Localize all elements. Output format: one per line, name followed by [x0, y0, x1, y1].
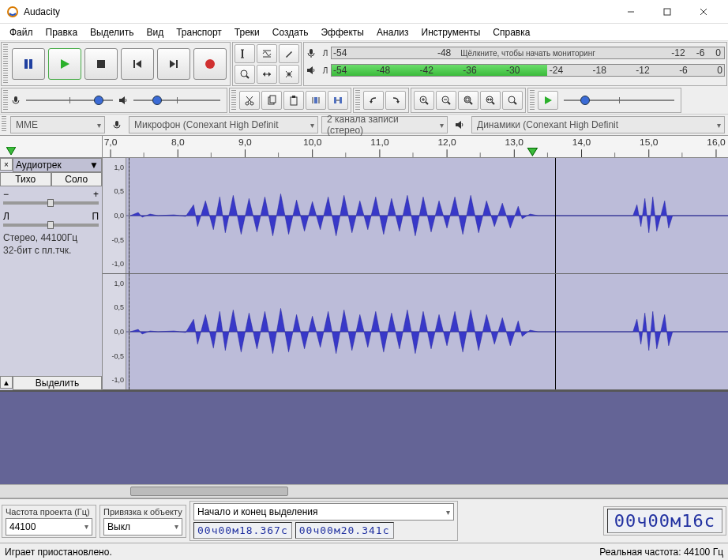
- svg-point-19: [241, 70, 247, 77]
- skip-start-button[interactable]: [121, 48, 154, 80]
- snap-label: Привязка к объекту: [103, 507, 182, 517]
- recording-volume-slider[interactable]: [26, 94, 113, 107]
- horizontal-scrollbar[interactable]: [0, 484, 728, 498]
- play-speed-button[interactable]: [538, 91, 558, 110]
- grip[interactable]: [3, 44, 8, 84]
- svg-rect-43: [334, 97, 336, 103]
- timeline-ruler[interactable]: 7,08,09,010,011,012,013,014,015,016,0: [0, 136, 728, 158]
- svg-rect-30: [14, 96, 17, 102]
- quickplay-start-icon[interactable]: [6, 147, 16, 156]
- track-info: Стерео, 44100Гц 32-бит с пл.тчк.: [0, 231, 102, 258]
- playback-volume-slider[interactable]: [133, 94, 220, 107]
- svg-line-64: [514, 102, 516, 104]
- record-button[interactable]: [193, 48, 227, 80]
- pan-slider[interactable]: [3, 224, 99, 227]
- selection-mode-select[interactable]: Начало и конец выделения: [193, 503, 454, 521]
- redo-button[interactable]: [385, 91, 406, 110]
- stop-button[interactable]: [84, 48, 118, 80]
- draw-tool[interactable]: [279, 44, 299, 63]
- menu-bar: Файл Правка Выделить Вид Транспорт Треки…: [0, 24, 728, 41]
- svg-rect-9: [133, 60, 135, 68]
- vertical-scale[interactable]: 1,0 0,5 0,0 -0,5 -1,0: [103, 274, 126, 389]
- track-select-button[interactable]: Выделить: [13, 376, 102, 390]
- copy-button[interactable]: [261, 91, 282, 110]
- play-speed-slider[interactable]: [564, 94, 674, 107]
- grip[interactable]: [530, 90, 535, 111]
- multi-tool[interactable]: [279, 65, 299, 84]
- minimize-button[interactable]: [613, 0, 649, 24]
- menu-effects[interactable]: Эффекты: [314, 25, 370, 39]
- mixer-toolbar: [1, 88, 227, 113]
- selection-start-field[interactable]: 00ч00м18.367с: [193, 522, 292, 539]
- svg-rect-44: [340, 97, 342, 103]
- envelope-tool[interactable]: [257, 44, 277, 63]
- menu-analyze[interactable]: Анализ: [370, 25, 415, 39]
- menu-file[interactable]: Файл: [3, 25, 39, 39]
- fit-selection-button[interactable]: [458, 91, 478, 110]
- grip[interactable]: [231, 90, 236, 111]
- tracks-panel: × Аудиотрек▼ Тихо Соло −+ ЛП Стерео, 441…: [0, 158, 728, 484]
- selection-tool[interactable]: [235, 44, 255, 63]
- grip[interactable]: [355, 90, 360, 111]
- fit-project-button[interactable]: [480, 91, 501, 110]
- rec-ch-l: Л: [320, 49, 331, 58]
- svg-line-51: [426, 102, 428, 104]
- menu-edit[interactable]: Правка: [39, 25, 84, 39]
- audio-position-display[interactable]: 00ч00м16с: [607, 509, 722, 533]
- maximize-button[interactable]: [649, 0, 685, 24]
- waveform-left[interactable]: 1,0 0,5 0,0 -0,5 -1,0: [103, 158, 728, 274]
- waveform-right[interactable]: 1,0 0,5 0,0 -0,5 -1,0: [103, 274, 728, 390]
- menu-help[interactable]: Справка: [486, 25, 536, 39]
- rec-meter-track[interactable]: -54-48 Щёлкните, чтобы начать мониторинг…: [331, 47, 725, 59]
- play-meter-track[interactable]: -54 -48 -42 -36 -30 -24 -18 -12 -6 0: [331, 64, 725, 77]
- svg-marker-23: [268, 72, 271, 77]
- play-button[interactable]: [48, 48, 81, 80]
- menu-view[interactable]: Вид: [140, 25, 170, 39]
- menu-tracks[interactable]: Треки: [228, 25, 266, 39]
- track-collapse-button[interactable]: ▲: [0, 376, 13, 389]
- solo-button[interactable]: Соло: [51, 172, 103, 186]
- paste-button[interactable]: [283, 91, 304, 110]
- grip[interactable]: [3, 90, 8, 111]
- mute-button[interactable]: Тихо: [0, 172, 51, 186]
- skip-end-button[interactable]: [157, 48, 190, 80]
- audio-host-select[interactable]: MME: [10, 116, 105, 133]
- playback-device-select[interactable]: Динамики (Conexant High Definit: [471, 116, 725, 133]
- svg-marker-11: [170, 60, 175, 68]
- track-menu-button[interactable]: Аудиотрек▼: [13, 158, 102, 172]
- selection-end-field[interactable]: 00ч00м20.341с: [295, 522, 394, 539]
- play-ch-l: Л: [320, 66, 331, 75]
- recording-channels-select[interactable]: 2 канала записи (стерео): [321, 116, 448, 133]
- recording-device-select[interactable]: Микрофон (Conexant High Definit: [129, 116, 318, 133]
- gain-slider[interactable]: [3, 201, 99, 205]
- trim-button[interactable]: [306, 91, 326, 110]
- zoom-toggle-button[interactable]: [502, 91, 523, 110]
- svg-rect-8: [97, 60, 105, 68]
- vertical-scale[interactable]: 1,0 0,5 0,0 -0,5 -1,0: [103, 158, 126, 273]
- menu-generate[interactable]: Создать: [266, 25, 315, 39]
- project-rate-select[interactable]: 44100: [6, 518, 92, 536]
- svg-line-20: [246, 76, 249, 78]
- speaker-icon: [118, 95, 129, 106]
- selection-toolbar: Частота проекта (Гц) 44100 Привязка к об…: [0, 498, 728, 543]
- mic-icon: [108, 116, 126, 133]
- status-message: Играет приостановлено.: [5, 547, 112, 558]
- silence-button[interactable]: [328, 91, 348, 110]
- zoom-tool[interactable]: [235, 65, 255, 84]
- timeshift-tool[interactable]: [257, 65, 277, 84]
- menu-tools[interactable]: Инструменты: [415, 25, 487, 39]
- close-button[interactable]: [685, 0, 722, 24]
- track-close-button[interactable]: ×: [0, 158, 13, 171]
- zoom-in-button[interactable]: [414, 91, 434, 110]
- empty-track-area[interactable]: [0, 392, 728, 484]
- undo-button[interactable]: [363, 91, 384, 110]
- svg-marker-7: [61, 59, 69, 69]
- pause-button[interactable]: [12, 48, 45, 80]
- zoom-out-button[interactable]: [436, 91, 456, 110]
- menu-transport[interactable]: Транспорт: [170, 25, 228, 39]
- menu-select[interactable]: Выделить: [84, 25, 140, 39]
- cut-button[interactable]: [239, 91, 260, 110]
- svg-rect-2: [664, 9, 670, 15]
- grip[interactable]: [2, 116, 6, 132]
- snap-select[interactable]: Выкл: [103, 518, 182, 536]
